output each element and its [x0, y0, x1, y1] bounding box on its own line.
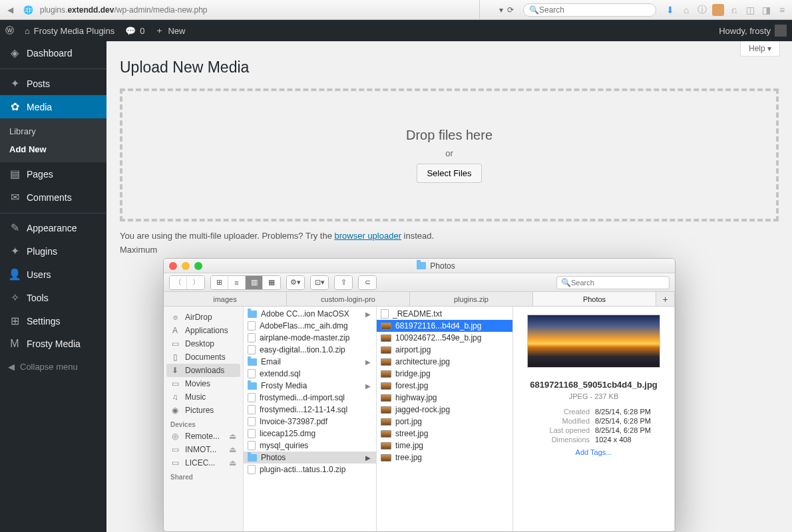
finder-row[interactable]: 100924672...549e_b.jpg [377, 332, 512, 344]
howdy-account[interactable]: Howdy, frosty [713, 20, 792, 41]
finder-row[interactable]: time.jpg [377, 440, 512, 452]
finder-row[interactable]: 681972116...b4d4_b.jpg [377, 320, 512, 332]
finder-row[interactable]: Photos▶ [244, 452, 376, 464]
zoom-icon[interactable] [194, 262, 202, 270]
new-content-link[interactable]: ＋ New [150, 20, 190, 41]
finder-row[interactable]: mysql_quiries [244, 440, 376, 452]
wp-logo[interactable]: ⓦ [0, 20, 19, 41]
addon-icon[interactable] [712, 4, 724, 16]
finder-row[interactable]: architecture.jpg [377, 356, 512, 368]
tags-button[interactable]: ⊂ [359, 276, 376, 289]
finder-tab[interactable]: plugins.zip [410, 292, 533, 306]
finder-tab[interactable]: Photos [533, 292, 656, 306]
menu-icon[interactable]: ≡ [776, 4, 788, 16]
finder-row[interactable]: bridge.jpg [377, 368, 512, 380]
finder-titlebar[interactable]: Photos [164, 259, 675, 273]
share-button[interactable]: ⇪ [335, 276, 352, 289]
menu-icon: ✎ [8, 221, 21, 234]
finder-row[interactable]: airport.jpg [377, 344, 512, 356]
nav-back-button[interactable]: ◀ [0, 5, 20, 15]
finder-row[interactable]: airplane-mode-master.zip [244, 332, 376, 344]
finder-search[interactable]: 🔍 [556, 276, 670, 289]
sidebar-item-frosty-media[interactable]: MFrosty Media [0, 332, 106, 355]
finder-row[interactable]: _README.txt [377, 308, 512, 320]
comments-link[interactable]: 💬 0 [120, 20, 150, 41]
finder-fav-movies[interactable]: ▭Movies [164, 377, 243, 390]
select-files-button[interactable]: Select Files [417, 164, 481, 183]
finder-row[interactable]: AdobeFlas...mc_aih.dmg [244, 320, 376, 332]
icon-view-button[interactable]: ⊞ [211, 276, 228, 289]
addon3-icon[interactable]: ◨ [760, 4, 772, 16]
group-button[interactable]: ⊡▾ [311, 276, 328, 289]
finder-fav-downloads[interactable]: ⬇Downloads [166, 364, 240, 377]
finder-row[interactable]: Frosty Media▶ [244, 380, 376, 392]
download-icon[interactable]: ⬇ [664, 4, 676, 16]
site-name-link[interactable]: ⌂ Frosty Media Plugins [19, 20, 120, 41]
sidebar-item-posts[interactable]: ✦Posts [0, 68, 106, 95]
back-button[interactable]: 〈 [170, 276, 187, 289]
finder-row[interactable]: jagged-rock.jpg [377, 404, 512, 416]
addon2-icon[interactable]: ◫ [744, 4, 756, 16]
finder-fav-music[interactable]: ♫Music [164, 390, 243, 404]
finder-row[interactable]: tree.jpg [377, 452, 512, 464]
crop-icon[interactable]: ⎌ [728, 4, 740, 16]
site-identity-icon[interactable]: 🌐 [20, 5, 36, 15]
menu-icon: ✦ [8, 245, 21, 257]
finder-row[interactable]: forest.jpg [377, 380, 512, 392]
window-controls[interactable] [169, 262, 202, 270]
browser-search[interactable]: 🔍 [523, 3, 656, 17]
finder-device[interactable]: ▭LICEC...⏏ [164, 456, 243, 469]
view-segment[interactable]: ⊞ ≡ ▥ ▦ [210, 275, 281, 290]
sidebar-item-users[interactable]: 👤Users [0, 263, 106, 286]
finder-row[interactable]: frostymedi...d-import.sql [244, 392, 376, 404]
list-view-button[interactable]: ≡ [228, 276, 246, 289]
finder-fav-documents[interactable]: ▯Documents [164, 350, 243, 364]
info-icon[interactable]: ⓘ [696, 4, 708, 16]
finder-fav-applications[interactable]: AApplications [164, 324, 243, 337]
gallery-view-button[interactable]: ▦ [263, 276, 280, 289]
submenu-library[interactable]: Library [0, 122, 106, 140]
help-tab[interactable]: Help ▾ [740, 41, 780, 57]
sidebar-item-settings[interactable]: ⊞Settings [0, 309, 106, 332]
finder-row[interactable]: plugin-acti...tatus.1.0.zip [244, 464, 376, 475]
finder-row[interactable]: Adobe CC...ion MacOSX▶ [244, 308, 376, 320]
finder-row[interactable]: Email▶ [244, 356, 376, 368]
submenu-add-new[interactable]: Add New [0, 140, 106, 158]
close-icon[interactable] [169, 262, 177, 270]
new-tab-button[interactable]: + [656, 292, 675, 306]
finder-row[interactable]: frostymedi...12-11-14.sql [244, 404, 376, 416]
sidebar-item-appearance[interactable]: ✎Appearance [0, 213, 106, 239]
url-bar[interactable]: plugins.extendd.dev/wp-admin/media-new.p… [36, 3, 479, 17]
minimize-icon[interactable] [182, 262, 190, 270]
finder-row[interactable]: port.jpg [377, 416, 512, 428]
arrange-button[interactable]: ⚙▾ [287, 276, 304, 289]
finder-tab[interactable]: custom-login-pro [287, 292, 410, 306]
browser-uploader-link[interactable]: browser uploader [335, 231, 401, 241]
sidebar-item-pages[interactable]: ▤Pages [0, 162, 106, 186]
sidebar-item-tools[interactable]: ✧Tools [0, 286, 106, 309]
finder-fav-pictures[interactable]: ◉Pictures [164, 404, 243, 417]
collapse-menu[interactable]: ◀Collapse menu [0, 355, 106, 378]
sidebar-item-comments[interactable]: ✉Comments [0, 186, 106, 209]
finder-device[interactable]: ◎Remote...⏏ [164, 430, 243, 443]
finder-row[interactable]: licecap125.dmg [244, 428, 376, 440]
sidebar-item-plugins[interactable]: ✦Plugins [0, 239, 106, 263]
sidebar-item-dashboard[interactable]: ◈Dashboard [0, 41, 106, 65]
finder-row[interactable]: street.jpg [377, 428, 512, 440]
finder-tab[interactable]: images [164, 292, 287, 306]
upload-dropzone[interactable]: Drop files here or Select Files [120, 88, 779, 221]
finder-fav-desktop[interactable]: ▭Desktop [164, 337, 243, 350]
nav-segment[interactable]: 〈 〉 [169, 275, 205, 290]
finder-row[interactable]: highway.jpg [377, 392, 512, 404]
add-tags-link[interactable]: Add Tags... [576, 448, 612, 456]
finder-row[interactable]: extendd.sql [244, 368, 376, 380]
finder-row[interactable]: Invoice-373987.pdf [244, 416, 376, 428]
finder-row[interactable]: easy-digital...tion.1.0.zip [244, 344, 376, 356]
column-view-button[interactable]: ▥ [246, 276, 263, 289]
finder-fav-airdrop[interactable]: ⌾AirDrop [164, 311, 243, 324]
home-icon[interactable]: ⌂ [680, 4, 692, 16]
forward-button[interactable]: 〉 [187, 276, 204, 289]
finder-device[interactable]: ▭INMOT...⏏ [164, 443, 243, 456]
reload-button[interactable]: ▾⟳ [479, 0, 519, 19]
sidebar-item-media[interactable]: ✿Media [0, 95, 106, 118]
